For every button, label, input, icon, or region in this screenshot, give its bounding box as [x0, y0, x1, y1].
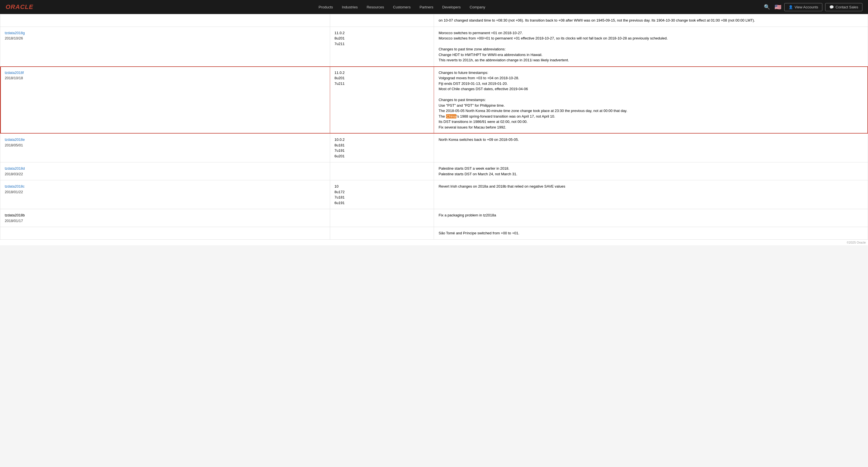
view-accounts-button[interactable]: 👤 View Accounts [784, 3, 823, 11]
main-content: on 10-07 changed standard time to +08:30… [0, 14, 868, 240]
date-2018d: 2018/03/22 [5, 172, 326, 177]
nav-company[interactable]: Company [465, 5, 490, 9]
chat-icon: 💬 [829, 5, 834, 9]
search-button[interactable]: 🔍 [762, 3, 772, 11]
nav-resources[interactable]: Resources [362, 5, 389, 9]
cell-notes-2018d: Palestine starts DST a week earlier in 2… [434, 162, 868, 180]
footer-note: ©2025 Oracle [0, 240, 868, 245]
nav-products[interactable]: Products [314, 5, 337, 9]
cell-notes-2018b: Fix a packaging problem in tz2018a [434, 209, 868, 227]
cell-versions-partial-bottom [330, 227, 434, 240]
cell-notes-2018f: Changes to future timestamps: Volgograd … [434, 66, 868, 133]
cell-versions-2018d [330, 162, 434, 180]
table-row: tzdata2018c 2018/01/22 10 8u172 7u181 6u… [0, 180, 868, 209]
cell-notes-2018e: North Korea switches back to +09 on 2018… [434, 133, 868, 162]
cell-versions-2018c: 10 8u172 7u181 6u191 [330, 180, 434, 209]
tzdata-link-2018d[interactable]: tzdata2018d [5, 166, 25, 170]
date-2018g: 2018/10/26 [5, 36, 326, 41]
date-2018b: 2018/01/17 [5, 218, 326, 224]
tzdata-link-2018e[interactable]: tzdata2018e [5, 137, 25, 142]
cell-notes-2018g: Morocco switches to permanent +01 on 201… [434, 27, 868, 66]
highlight-china: China [446, 114, 457, 118]
cell-id-2018d: tzdata2018d 2018/03/22 [0, 162, 330, 180]
cell-versions-2018g: 11.0.2 8u201 7u211 [330, 27, 434, 66]
cell-versions-2018e: 10.0.2 8u181 7u191 6u201 [330, 133, 434, 162]
contact-sales-button[interactable]: 💬 Contact Sales [825, 3, 862, 11]
tzdata-link-2018g[interactable]: tzdata2018g [5, 31, 25, 35]
table-row: tzdata2018b 2018/01/17 Fix a packaging p… [0, 209, 868, 227]
nav-links: Products Industries Resources Customers … [42, 5, 762, 9]
oracle-logo[interactable]: ORACLE [6, 3, 33, 11]
cell-id-partial-bottom [0, 227, 330, 240]
date-2018f: 2018/10/18 [5, 75, 326, 81]
date-2018e: 2018/05/01 [5, 143, 326, 148]
cell-versions-partial-top [330, 14, 434, 27]
cell-id-2018c: tzdata2018c 2018/01/22 [0, 180, 330, 209]
cell-notes-2018c: Revert Irish changes on 2018a and 2018b … [434, 180, 868, 209]
cell-versions-2018f: 11.0.2 8u201 7u211 [330, 66, 434, 133]
table-row: tzdata2018d 2018/03/22 Palestine starts … [0, 162, 868, 180]
cell-id-2018b: tzdata2018b 2018/01/17 [0, 209, 330, 227]
nav-industries[interactable]: Industries [337, 5, 362, 9]
nav-developers[interactable]: Developers [438, 5, 465, 9]
nav-partners[interactable]: Partners [415, 5, 438, 9]
cell-id-2018f: tzdata2018f 2018/10/18 [0, 66, 330, 133]
nav-customers[interactable]: Customers [389, 5, 415, 9]
tzdata-label-2018b: tzdata2018b [5, 213, 25, 217]
nav-right: 🔍 🇺🇸 👤 View Accounts 💬 Contact Sales [762, 3, 862, 11]
tzdata-link-2018f[interactable]: tzdata2018f [5, 70, 24, 75]
table-row: tzdata2018g 2018/10/26 11.0.2 8u201 7u21… [0, 27, 868, 66]
account-icon: 👤 [788, 5, 793, 9]
view-accounts-label: View Accounts [795, 5, 818, 9]
cell-id-2018e: tzdata2018e 2018/05/01 [0, 133, 330, 162]
tzdata-link-2018c[interactable]: tzdata2018c [5, 184, 25, 188]
cell-id: tzdata2018g 2018/10/26 [0, 27, 330, 66]
cell-notes-partial-bottom: São Tomé and Príncipe switched from +00 … [434, 227, 868, 240]
cell-id-partial-top [0, 14, 330, 27]
table-row: tzdata2018e 2018/05/01 10.0.2 8u181 7u19… [0, 133, 868, 162]
table-row-partial-top: on 10-07 changed standard time to +08:30… [0, 14, 868, 27]
flag-icon: 🇺🇸 [774, 4, 781, 10]
contact-sales-label: Contact Sales [836, 5, 858, 9]
tzdata-table: on 10-07 changed standard time to +08:30… [0, 14, 868, 240]
cell-notes-partial-top: on 10-07 changed standard time to +08:30… [434, 14, 868, 27]
cell-versions-2018b [330, 209, 434, 227]
table-row-partial-bottom: São Tomé and Príncipe switched from +00 … [0, 227, 868, 240]
date-2018c: 2018/01/22 [5, 189, 326, 195]
table-row-highlighted: tzdata2018f 2018/10/18 11.0.2 8u201 7u21… [0, 66, 868, 133]
